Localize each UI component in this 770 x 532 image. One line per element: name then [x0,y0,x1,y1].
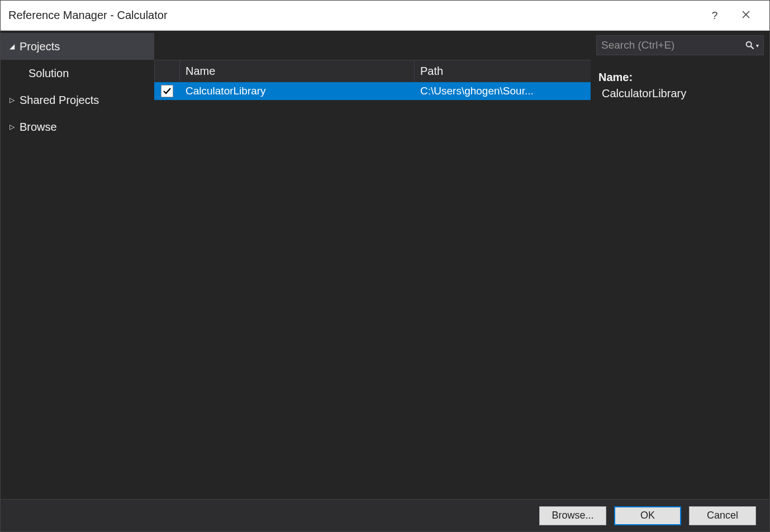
cancel-button[interactable]: Cancel [689,506,756,525]
sidebar-item-projects[interactable]: ◢ Projects [1,33,154,60]
caret-down-icon: ◢ [9,42,20,50]
dialog-body: ◢ Projects Solution ▷ Shared Projects ▷ … [1,31,769,499]
sidebar-item-label: Shared Projects [20,94,99,107]
sidebar-item-label: Browse [20,121,57,134]
column-header-path[interactable]: Path [415,60,591,82]
details: Name: CalculatorLibrary [596,71,764,100]
spacer [154,33,591,60]
sidebar-item-shared-projects[interactable]: ▷ Shared Projects [1,87,154,113]
details-name-value: CalculatorLibrary [598,87,762,100]
row-checkbox[interactable] [161,85,173,97]
titlebar: Reference Manager - Calculator ? [1,1,769,31]
cancel-button-label: Cancel [707,510,738,521]
search-icon[interactable]: ▾ [745,41,759,50]
svg-point-2 [747,42,752,47]
table-row[interactable]: CalculatorLibrary C:\Users\ghogen\Sour..… [154,82,591,100]
sidebar: ◢ Projects Solution ▷ Shared Projects ▷ … [1,31,154,499]
column-header-name[interactable]: Name [180,60,415,82]
row-checkbox-cell [154,85,180,97]
row-name: CalculatorLibrary [180,85,415,97]
column-header-check[interactable] [154,60,180,82]
details-name-label: Name: [598,71,762,84]
caret-right-icon: ▷ [9,96,20,104]
main-content: Name Path CalculatorLibrary C:\Users\gho… [154,31,591,499]
help-icon[interactable]: ? [699,10,730,22]
column-header-name-label: Name [186,65,215,78]
chevron-down-icon: ▾ [756,42,759,49]
svg-line-3 [751,46,754,49]
search-input[interactable] [601,39,745,51]
sidebar-item-solution[interactable]: Solution [1,60,154,87]
sidebar-item-label: Projects [20,40,60,53]
sidebar-item-browse[interactable]: ▷ Browse [1,113,154,140]
sidebar-item-label: Solution [28,67,69,80]
browse-button-label: Browse... [552,510,593,521]
column-header-path-label: Path [420,65,443,78]
footer: Browse... OK Cancel [1,499,769,531]
search-box[interactable]: ▾ [596,35,764,55]
table-header: Name Path [154,60,591,82]
window-title: Reference Manager - Calculator [8,9,699,22]
ok-button[interactable]: OK [614,506,681,525]
details-panel: ▾ Name: CalculatorLibrary [591,31,769,499]
row-path: C:\Users\ghogen\Sour... [415,85,591,97]
reference-manager-window: Reference Manager - Calculator ? ◢ Proje… [0,0,770,532]
close-icon[interactable] [730,10,762,21]
browse-button[interactable]: Browse... [539,506,606,525]
ok-button-label: OK [640,510,655,521]
table-body: CalculatorLibrary C:\Users\ghogen\Sour..… [154,82,591,499]
caret-right-icon: ▷ [9,123,20,131]
